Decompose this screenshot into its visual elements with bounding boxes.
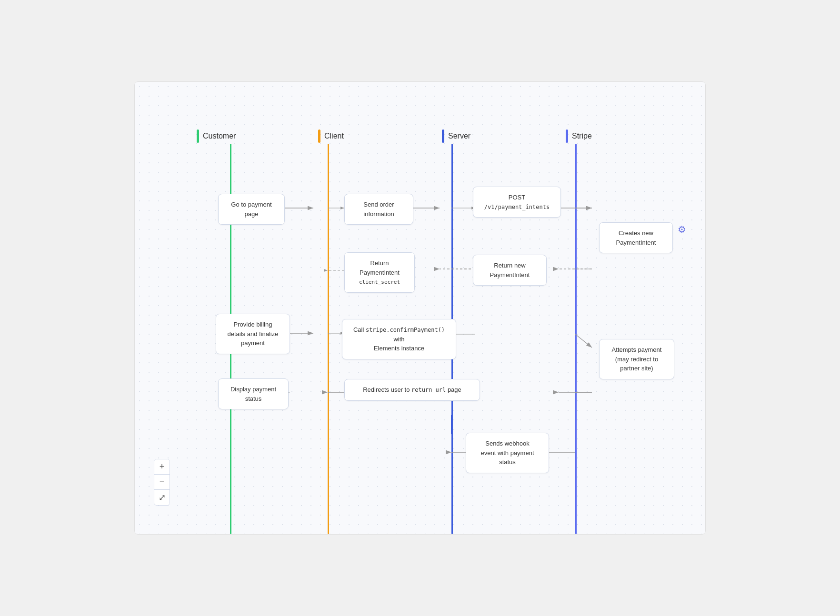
client-indicator — [318, 129, 320, 143]
box-attempts-payment: Attempts payment(may redirect topartner … — [599, 339, 674, 379]
box-creates-intent: Creates newPaymentIntent — [599, 222, 673, 253]
server-indicator — [442, 129, 444, 143]
box-provide-billing: Provide billingdetails and finalizepayme… — [216, 314, 290, 354]
stripe-label: Stripe — [572, 132, 592, 140]
box-redirects-user: Redirects user to return_url page — [344, 379, 480, 401]
diagram-container: Customer Client Server Stripe — [134, 81, 706, 535]
stripe-indicator — [566, 129, 568, 143]
arrows-svg — [135, 82, 705, 534]
box-display-status: Display paymentstatus — [218, 378, 289, 409]
box-post-intents: POST/v1/payment_intents — [473, 187, 561, 218]
lane-header-client: Client — [318, 129, 344, 143]
customer-label: Customer — [203, 132, 236, 140]
server-label: Server — [448, 132, 470, 140]
stripe-line — [575, 144, 577, 534]
zoom-in-button[interactable]: + — [154, 459, 170, 475]
box-go-payment: Go to paymentpage — [218, 194, 285, 225]
box-webhook: Sends webhookevent with paymentstatus — [466, 433, 549, 473]
box-return-client-secret: ReturnPaymentIntentclient_secret — [344, 252, 415, 293]
client-line — [328, 144, 329, 534]
zoom-controls: + − ⤢ — [154, 459, 170, 506]
box-stripe-confirm: Call stripe.confirmPayment() withElement… — [342, 319, 456, 359]
box-return-new-intent: Return newPaymentIntent — [473, 255, 547, 286]
stripe-icon: ⚙ — [678, 224, 686, 235]
lane-header-server: Server — [442, 129, 470, 143]
diagram-inner: Customer Client Server Stripe — [135, 82, 705, 534]
lane-header-stripe: Stripe — [566, 129, 592, 143]
zoom-out-button[interactable]: − — [154, 475, 170, 490]
customer-indicator — [197, 129, 199, 143]
box-send-order: Send orderinformation — [344, 194, 413, 225]
arrow-to-stripe-2 — [575, 334, 592, 348]
fullscreen-button[interactable]: ⤢ — [154, 490, 170, 505]
client-label: Client — [324, 132, 344, 140]
lane-header-customer: Customer — [197, 129, 236, 143]
